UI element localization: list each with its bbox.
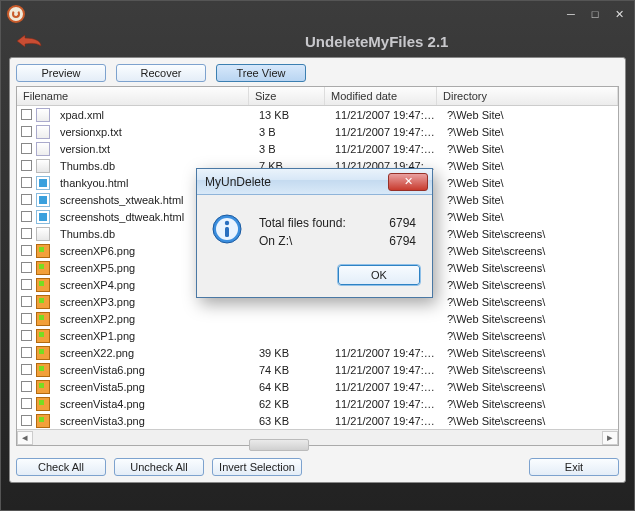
cell-dir: ?\Web Site\screens\ — [441, 330, 618, 342]
tab-preview[interactable]: Preview — [16, 64, 106, 82]
scroll-right-icon[interactable]: ▸ — [602, 431, 618, 445]
close-button[interactable]: ✕ — [610, 6, 628, 22]
table-row[interactable]: xpad.xml13 KB11/21/2007 19:47:…?\Web Sit… — [17, 106, 618, 123]
row-checkbox[interactable] — [21, 109, 32, 120]
titlebar: ─ □ ✕ — [1, 1, 634, 27]
table-row[interactable]: screenXP2.png?\Web Site\screens\ — [17, 310, 618, 327]
dialog-line2-label: On Z:\ — [259, 233, 378, 249]
row-checkbox[interactable] — [21, 296, 32, 307]
table-row[interactable]: screenVista5.png64 KB11/21/2007 19:47:…?… — [17, 378, 618, 395]
file-type-icon — [36, 346, 50, 360]
cell-date: 11/21/2007 19:47:… — [329, 126, 441, 138]
row-checkbox[interactable] — [21, 177, 32, 188]
cell-dir: ?\Web Site\ — [441, 143, 618, 155]
row-checkbox[interactable] — [21, 160, 32, 171]
column-modified[interactable]: Modified date — [325, 87, 437, 105]
cell-dir: ?\Web Site\ — [441, 177, 618, 189]
cell-date: 11/21/2007 19:47:… — [329, 143, 441, 155]
row-checkbox[interactable] — [21, 126, 32, 137]
cell-dir: ?\Web Site\screens\ — [441, 415, 618, 427]
maximize-button[interactable]: □ — [586, 6, 604, 22]
table-row[interactable]: screenVista3.png63 KB11/21/2007 19:47:…?… — [17, 412, 618, 429]
table-row[interactable]: version.txt3 B11/21/2007 19:47:…?\Web Si… — [17, 140, 618, 157]
row-checkbox[interactable] — [21, 415, 32, 426]
row-checkbox[interactable] — [21, 194, 32, 205]
undo-icon[interactable] — [11, 32, 45, 50]
uncheck-all-button[interactable]: Uncheck All — [114, 458, 204, 476]
file-type-icon — [36, 414, 50, 428]
file-type-icon — [36, 108, 50, 122]
horizontal-scrollbar[interactable]: ◂ ▸ — [17, 429, 618, 445]
cell-filename: screenXP5.png — [54, 262, 135, 274]
cell-filename: screenshots_xtweak.html — [54, 194, 184, 206]
row-checkbox[interactable] — [21, 143, 32, 154]
file-type-icon — [36, 363, 50, 377]
cell-filename: screenVista3.png — [54, 415, 145, 427]
file-type-icon — [36, 261, 50, 275]
file-type-icon — [36, 312, 50, 326]
cell-dir: ?\Web Site\ — [441, 211, 618, 223]
dialog-close-button[interactable]: ✕ — [388, 173, 428, 191]
cell-filename: screenVista6.png — [54, 364, 145, 376]
row-checkbox[interactable] — [21, 313, 32, 324]
cell-size: 13 KB — [253, 109, 329, 121]
row-checkbox[interactable] — [21, 398, 32, 409]
table-row[interactable]: versionxp.txt3 B11/21/2007 19:47:…?\Web … — [17, 123, 618, 140]
tab-treeview[interactable]: Tree View — [216, 64, 306, 82]
row-checkbox[interactable] — [21, 347, 32, 358]
table-row[interactable]: screenX22.png39 KB11/21/2007 19:47:…?\We… — [17, 344, 618, 361]
tab-bar: Preview Recover Tree View — [10, 58, 625, 86]
invert-selection-button[interactable]: Invert Selection — [212, 458, 302, 476]
row-checkbox[interactable] — [21, 262, 32, 273]
minimize-button[interactable]: ─ — [562, 6, 580, 22]
cell-date: 11/21/2007 19:47:… — [329, 398, 441, 410]
file-type-icon — [36, 210, 50, 224]
scroll-thumb[interactable] — [249, 439, 309, 451]
cell-filename: thankyou.html — [54, 177, 128, 189]
cell-dir: ?\Web Site\screens\ — [441, 364, 618, 376]
cell-filename: screenVista5.png — [54, 381, 145, 393]
cell-size: 3 B — [253, 126, 329, 138]
column-filename[interactable]: Filename — [17, 87, 249, 105]
tab-recover[interactable]: Recover — [116, 64, 206, 82]
scroll-left-icon[interactable]: ◂ — [17, 431, 33, 445]
file-type-icon — [36, 125, 50, 139]
app-title: UndeleteMyFiles 2.1 — [305, 33, 454, 50]
column-size[interactable]: Size — [249, 87, 325, 105]
file-type-icon — [36, 159, 50, 173]
row-checkbox[interactable] — [21, 228, 32, 239]
cell-dir: ?\Web Site\ — [441, 194, 618, 206]
app-logo-icon — [7, 5, 25, 23]
table-row[interactable]: screenVista4.png62 KB11/21/2007 19:47:…?… — [17, 395, 618, 412]
table-row[interactable]: screenVista6.png74 KB11/21/2007 19:47:…?… — [17, 361, 618, 378]
row-checkbox[interactable] — [21, 381, 32, 392]
check-all-button[interactable]: Check All — [16, 458, 106, 476]
file-type-icon — [36, 142, 50, 156]
cell-filename: screenX22.png — [54, 347, 134, 359]
row-checkbox[interactable] — [21, 211, 32, 222]
dialog-title: MyUnDelete — [205, 175, 271, 189]
row-checkbox[interactable] — [21, 364, 32, 375]
row-checkbox[interactable] — [21, 245, 32, 256]
cell-dir: ?\Web Site\screens\ — [441, 245, 618, 257]
ok-button[interactable]: OK — [338, 265, 420, 285]
table-row[interactable]: screenXP1.png?\Web Site\screens\ — [17, 327, 618, 344]
cell-size: 3 B — [253, 143, 329, 155]
cell-date: 11/21/2007 19:47:… — [329, 381, 441, 393]
cell-filename: versionxp.txt — [54, 126, 122, 138]
column-directory[interactable]: Directory — [437, 87, 618, 105]
dialog-titlebar[interactable]: MyUnDelete ✕ — [197, 169, 432, 195]
file-type-icon — [36, 397, 50, 411]
cell-dir: ?\Web Site\ — [441, 126, 618, 138]
row-checkbox[interactable] — [21, 330, 32, 341]
dialog-line1-label: Total files found: — [259, 215, 378, 231]
file-type-icon — [36, 227, 50, 241]
cell-size: 62 KB — [253, 398, 329, 410]
cell-date: 11/21/2007 19:47:… — [329, 364, 441, 376]
svg-point-2 — [225, 221, 229, 225]
cell-dir: ?\Web Site\screens\ — [441, 398, 618, 410]
row-checkbox[interactable] — [21, 279, 32, 290]
cell-dir: ?\Web Site\screens\ — [441, 296, 618, 308]
cell-dir: ?\Web Site\screens\ — [441, 313, 618, 325]
exit-button[interactable]: Exit — [529, 458, 619, 476]
